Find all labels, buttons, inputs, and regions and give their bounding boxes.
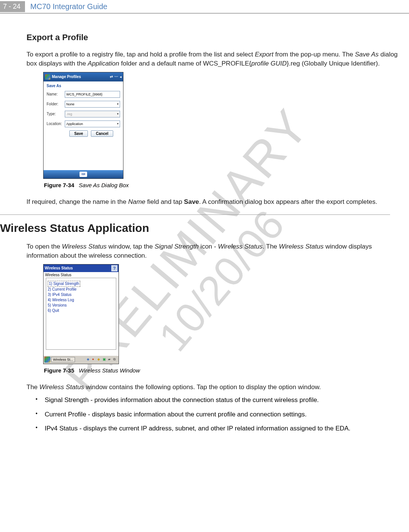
location-dropdown[interactable]: Application▾ xyxy=(65,120,120,127)
page-number: 7 - 24 xyxy=(0,1,25,12)
bullet-ipv4-status: IPv4 Status - displays the current IP ad… xyxy=(36,424,401,433)
wireless-status-heading: Wireless Status Application xyxy=(0,222,401,235)
ws-subtitle: Wireless Status xyxy=(44,272,119,278)
tray-icon[interactable]: ● xyxy=(92,357,97,362)
ws-option-ipv4-status[interactable]: 3) IPv4 Status xyxy=(48,292,114,297)
ws-option-versions[interactable]: 5) Versions xyxy=(48,303,114,308)
folder-label: Folder: xyxy=(47,102,62,106)
ws-option-wireless-log[interactable]: 4) Wireless Log xyxy=(48,297,114,303)
tray-icon[interactable]: ◆ xyxy=(97,357,102,362)
figure-7-35-label: Figure 7-35Wireless Status Window xyxy=(44,367,401,374)
bottom-bar: ⌨ xyxy=(44,170,123,178)
dialog-titlebar: Manage Profiles ⇄ 〰 ◂ xyxy=(44,72,123,81)
chevron-down-icon: ▾ xyxy=(117,122,119,125)
help-button[interactable]: ? xyxy=(111,265,117,271)
tray-icon[interactable]: ▣ xyxy=(103,357,107,362)
section-divider xyxy=(0,214,390,215)
guide-title: MC70 Integrator Guide xyxy=(25,2,107,11)
page-header: 7 - 24 MC70 Integrator Guide xyxy=(0,0,409,13)
cancel-button[interactable]: Cancel xyxy=(91,130,113,137)
windows-flag-icon xyxy=(45,74,50,80)
ws-option-signal-strength[interactable]: 1) Signal Strength xyxy=(48,281,80,287)
taskbar-item[interactable]: Wireless St... xyxy=(51,357,75,362)
save-as-dialog-screenshot: Manage Profiles ⇄ 〰 ◂ Save As Name: WCS_… xyxy=(43,72,123,179)
location-label: Location: xyxy=(47,122,62,126)
signal-icon: 〰 xyxy=(114,75,118,79)
save-as-heading: Save As xyxy=(47,84,120,88)
tray-icon[interactable]: ⧉ xyxy=(113,357,118,362)
ws-taskbar: Wireless St... ◈ ● ◆ ▣ ▰ ⧉ xyxy=(44,355,119,364)
wireless-status-description: To open the Wireless Status window, tap … xyxy=(27,242,401,260)
chevron-down-icon: ▾ xyxy=(117,102,119,106)
export-profile-heading: Export a Profile xyxy=(27,33,401,42)
export-profile-description: To export a profile to a registry file, … xyxy=(27,50,401,68)
header-divider xyxy=(0,13,409,14)
ws-option-quit[interactable]: 6) Quit xyxy=(48,308,114,313)
keyboard-icon[interactable]: ⌨ xyxy=(80,172,87,177)
wireless-options-list: Signal Strength - provides information a… xyxy=(36,396,401,433)
wireless-options-intro: The Wireless Status window contains the … xyxy=(27,383,401,392)
ws-titlebar: Wireless Status ? xyxy=(44,264,119,272)
tray-icon[interactable]: ▰ xyxy=(108,357,112,362)
start-icon[interactable] xyxy=(44,357,50,363)
type-label: Type: xyxy=(47,112,62,116)
ws-option-current-profile[interactable]: 2) Current Profile xyxy=(48,287,114,292)
export-completion-text: If required, change the name in the Name… xyxy=(27,197,401,207)
name-label: Name: xyxy=(47,92,62,96)
type-dropdown: .reg▾ xyxy=(65,111,120,117)
sync-icon: ⇄ xyxy=(110,75,113,79)
speaker-icon: ◂ xyxy=(120,75,122,79)
bullet-signal-strength: Signal Strength - provides information a… xyxy=(36,396,401,405)
name-field[interactable]: WCS_PROFILE_{9968} xyxy=(65,91,120,98)
bullet-current-profile: Current Profile - displays basic informa… xyxy=(36,410,401,419)
folder-dropdown[interactable]: None▾ xyxy=(65,101,120,108)
save-button[interactable]: Save xyxy=(69,130,88,137)
ws-title: Wireless Status xyxy=(45,266,73,270)
wireless-status-screenshot: Wireless Status ? Wireless Status 1) Sig… xyxy=(43,264,119,364)
tray-icon[interactable]: ◈ xyxy=(87,357,91,362)
chevron-down-icon: ▾ xyxy=(117,112,119,116)
figure-7-34-label: Figure 7-34Save As Dialog Box xyxy=(44,182,401,188)
ws-options-list: 1) Signal Strength 2) Current Profile 3)… xyxy=(46,278,116,350)
dialog-title: Manage Profiles xyxy=(52,75,110,79)
